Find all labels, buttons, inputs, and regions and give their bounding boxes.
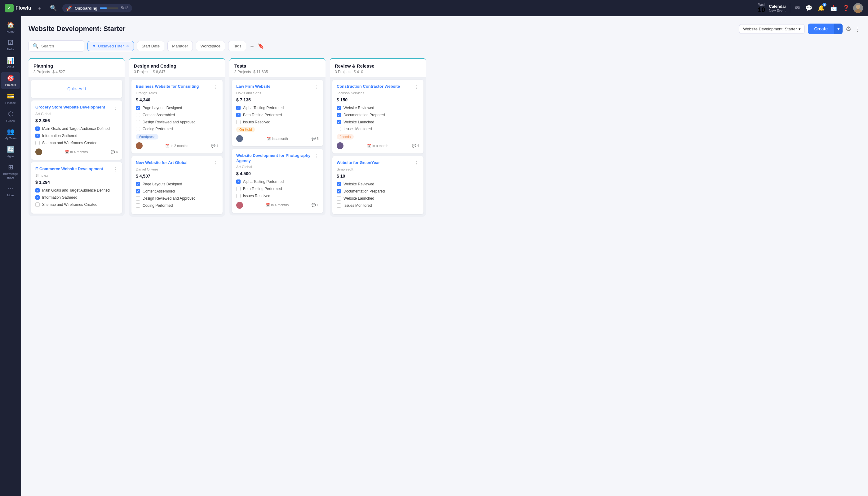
card-title-grocery[interactable]: Grocery Store Website Development <box>35 105 113 110</box>
card-menu-button[interactable]: ⋮ <box>113 167 118 172</box>
column-projects-tests: 3 Projects <box>234 70 251 74</box>
checkbox[interactable]: ✓ <box>35 188 40 192</box>
checkbox[interactable] <box>337 196 341 201</box>
add-filter-button[interactable]: ＋ <box>249 43 255 50</box>
column-header-design: Design and Coding 3 Projects $ 8,847 <box>129 58 225 77</box>
card-title-business[interactable]: Business Website for Consulting <box>136 84 213 89</box>
checkbox[interactable]: ✓ <box>136 182 140 186</box>
checkbox[interactable] <box>35 141 40 145</box>
card-comments: 💬 5 <box>312 137 319 141</box>
card-footer-right: 💬 1 <box>211 144 218 148</box>
user-avatar[interactable] <box>853 3 863 13</box>
card-comments: 💬 1 <box>211 144 218 148</box>
checkbox[interactable]: ✓ <box>236 180 241 184</box>
checkbox[interactable] <box>236 120 241 124</box>
card-title-ecommerce[interactable]: E-Commerce Website Development <box>35 167 113 172</box>
card-menu-button[interactable]: ⋮ <box>113 105 118 111</box>
sidebar-item-home[interactable]: 🏠 Home <box>1 19 20 36</box>
checkbox[interactable]: ✓ <box>337 189 341 193</box>
checkbox[interactable] <box>136 113 140 117</box>
card-date: 📅 in 2 months <box>165 144 188 148</box>
chat-button[interactable]: 💬 <box>804 3 814 13</box>
onboarding-pill[interactable]: 🚀 Onboarding 5/13 <box>62 4 132 12</box>
card-menu-button[interactable]: ⋮ <box>314 84 319 90</box>
card-menu-button[interactable]: ⋮ <box>213 160 218 166</box>
bookmark-filter-button[interactable]: 🔖 <box>258 43 264 49</box>
manager-filter[interactable]: Manager <box>167 41 192 51</box>
card-header: New Website for Art Global ⋮ <box>136 160 218 166</box>
settings-button[interactable]: ⚙ <box>846 25 851 33</box>
checklist-item: Issues Monitored <box>337 126 419 132</box>
card-title-photography[interactable]: Website Development for Photography Agen… <box>236 153 314 164</box>
checkbox[interactable] <box>236 194 241 198</box>
app-logo[interactable]: ✓ Flowlu <box>5 4 31 12</box>
filter-close-icon[interactable]: ✕ <box>126 44 129 48</box>
sidebar-item-finance[interactable]: 💳 Finance <box>1 90 20 107</box>
checkbox[interactable]: ✓ <box>35 134 40 138</box>
checkbox[interactable] <box>136 196 140 201</box>
sidebar-label-spaces: Spaces <box>5 119 16 122</box>
help-button[interactable]: ❓ <box>841 3 851 13</box>
search-box[interactable]: 🔍 <box>29 40 84 52</box>
workspace-filter[interactable]: Workspace <box>196 41 226 51</box>
search-button[interactable]: 🔍 <box>48 3 59 13</box>
sidebar-item-spaces[interactable]: ⬡ Spaces <box>1 108 20 125</box>
card-menu-button[interactable]: ⋮ <box>414 84 419 90</box>
checkbox[interactable] <box>136 120 140 124</box>
card-title-greenyear[interactable]: Website for GreenYear <box>337 160 414 166</box>
card-title-newwebsite[interactable]: New Website for Art Global <box>136 160 213 166</box>
checklist-text: Beta Testing Performed <box>243 112 282 118</box>
card-tag[interactable]: Joomla <box>337 134 354 140</box>
card-menu-button[interactable]: ⋮ <box>213 84 218 90</box>
crm-icon: 📊 <box>7 57 15 64</box>
create-button[interactable]: Create ▾ <box>808 24 842 34</box>
card-title-lawfirm[interactable]: Law Firm Website <box>236 84 314 89</box>
card-menu-button[interactable]: ⋮ <box>314 153 319 159</box>
page-header: Website Development: Starter Website Dev… <box>29 24 861 34</box>
card-menu-button[interactable]: ⋮ <box>414 160 419 166</box>
column-projects-planning: 3 Projects <box>33 70 50 74</box>
calendar-widget[interactable]: Wed 10 Calendar New Event <box>758 3 790 13</box>
checkbox[interactable]: ✓ <box>337 113 341 117</box>
checkbox[interactable]: ✓ <box>236 106 241 110</box>
checkbox[interactable] <box>136 203 140 208</box>
checkbox[interactable]: ✓ <box>35 126 40 131</box>
column-body-review: Construction Contractor Website ⋮ Jackso… <box>330 77 426 217</box>
checkbox[interactable] <box>337 127 341 131</box>
unsaved-filter-button[interactable]: ▼ Unsaved Filter ✕ <box>88 41 134 51</box>
workspace-select[interactable]: Website Development: Starter ▾ <box>739 24 805 34</box>
mail-button[interactable]: ✉ <box>793 3 802 13</box>
notifications-button[interactable]: 🔔 6 <box>816 3 826 13</box>
checkbox[interactable]: ✓ <box>337 106 341 110</box>
checkbox[interactable] <box>136 127 140 131</box>
sidebar-item-tasks[interactable]: ☑ Tasks <box>1 36 20 53</box>
checkbox[interactable]: ✓ <box>236 113 241 117</box>
checkbox[interactable]: ✓ <box>136 106 140 110</box>
sidebar-item-crm[interactable]: 📊 CRM <box>1 54 20 71</box>
checkbox[interactable]: ✓ <box>337 182 341 186</box>
messages-button[interactable]: 📩 <box>828 3 839 13</box>
tags-filter[interactable]: Tags <box>228 41 246 51</box>
card-title-construction[interactable]: Construction Contractor Website <box>337 84 414 89</box>
quick-add-button[interactable]: Quick Add <box>34 83 119 95</box>
more-options-button[interactable]: ⋮ <box>854 25 861 33</box>
sidebar-item-knowledge[interactable]: ⊞ Knowledge Base <box>1 161 20 182</box>
checkbox[interactable]: ✓ <box>136 189 140 193</box>
create-dropdown-arrow[interactable]: ▾ <box>834 24 842 34</box>
add-button[interactable]: ＋ <box>35 2 44 14</box>
checkbox[interactable]: ✓ <box>35 195 40 200</box>
checkbox[interactable]: ✓ <box>337 120 341 124</box>
start-date-filter[interactable]: Start Date <box>137 41 165 51</box>
sidebar-item-agile[interactable]: 🔄 Agile <box>1 143 20 160</box>
checkbox[interactable] <box>236 187 241 191</box>
card-tag[interactable]: On Hold <box>236 127 255 133</box>
checkbox[interactable] <box>337 203 341 208</box>
sidebar-label-tasks: Tasks <box>7 47 14 51</box>
card-tag[interactable]: Wordpress <box>136 134 158 140</box>
sidebar-item-more[interactable]: ⋯ More <box>1 182 20 199</box>
checkbox[interactable] <box>35 202 40 207</box>
card-ecommerce: E-Commerce Website Development ⋮ Simplex… <box>31 162 122 213</box>
sidebar-item-projects[interactable]: 🎯 Projects <box>1 72 20 89</box>
sidebar-item-myteam[interactable]: 👥 My Team <box>1 125 20 142</box>
search-input[interactable] <box>41 44 80 48</box>
